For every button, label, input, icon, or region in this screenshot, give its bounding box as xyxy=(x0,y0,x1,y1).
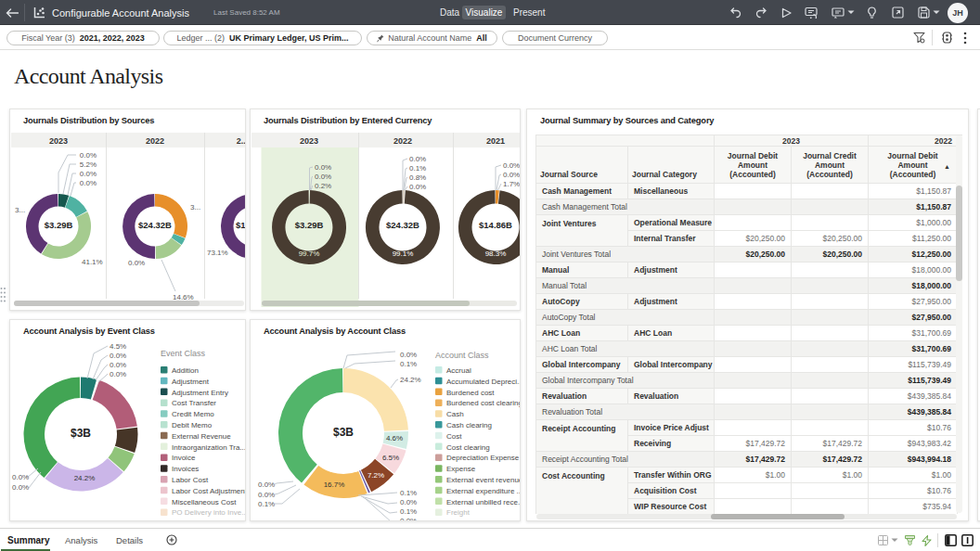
svg-text:$3.29B: $3.29B xyxy=(295,220,324,230)
svg-text:External expenditure ...: External expenditure ... xyxy=(446,487,520,495)
svg-text:1.7%: 1.7% xyxy=(503,180,520,188)
svg-text:Burdened cost clearing: Burdened cost clearing xyxy=(446,399,520,407)
svg-text:0.1%: 0.1% xyxy=(400,360,417,368)
svg-text:2023: 2023 xyxy=(300,136,318,146)
svg-text:0.0%: 0.0% xyxy=(400,351,417,359)
svg-text:Cash: Cash xyxy=(446,410,464,418)
svg-text:Intraorganization Tra...: Intraorganization Tra... xyxy=(172,443,245,452)
svg-text:Account Class: Account Class xyxy=(435,351,489,360)
svg-text:Labor Cost: Labor Cost xyxy=(172,476,209,484)
svg-text:0.0%: 0.0% xyxy=(80,179,97,187)
svg-text:0.8%: 0.8% xyxy=(409,173,426,182)
svg-text:0.0%: 0.0% xyxy=(110,352,126,360)
svg-text:0.0%: 0.0% xyxy=(80,151,97,160)
svg-text:Event Class: Event Class xyxy=(161,349,206,358)
svg-text:0.0%: 0.0% xyxy=(80,170,97,178)
svg-text:0.0%: 0.0% xyxy=(110,370,126,378)
svg-text:0.0%: 0.0% xyxy=(409,155,426,163)
svg-text:0.0%: 0.0% xyxy=(110,361,126,369)
svg-text:Cost: Cost xyxy=(446,432,462,441)
svg-text:Freight: Freight xyxy=(446,508,471,517)
svg-text:3...: 3... xyxy=(190,203,200,211)
svg-text:Debit Memo: Debit Memo xyxy=(172,421,213,429)
svg-text:0.0%: 0.0% xyxy=(12,473,29,481)
svg-text:Cash clearing: Cash clearing xyxy=(446,421,492,429)
svg-text:2021: 2021 xyxy=(486,136,505,146)
svg-text:3...: 3... xyxy=(15,206,25,214)
svg-text:5.2%: 5.2% xyxy=(80,160,97,169)
svg-text:$24.32B: $24.32B xyxy=(386,220,419,230)
svg-text:$3B: $3B xyxy=(333,426,354,439)
svg-text:0.0%: 0.0% xyxy=(258,491,275,499)
svg-text:Cost clearing: Cost clearing xyxy=(446,443,490,452)
svg-text:Adjustment: Adjustment xyxy=(172,378,210,386)
svg-text:0.0%: 0.0% xyxy=(503,171,520,179)
svg-text:99.1%: 99.1% xyxy=(393,250,414,258)
svg-text:24.2%: 24.2% xyxy=(74,474,96,482)
svg-text:0.1%: 0.1% xyxy=(409,164,426,173)
svg-text:Cost Transfer: Cost Transfer xyxy=(172,399,216,407)
svg-text:External unbilled rece...: External unbilled rece... xyxy=(446,498,520,506)
svg-text:Labor Cost Adjustment: Labor Cost Adjustment xyxy=(172,487,245,495)
svg-text:73.1%: 73.1% xyxy=(207,249,228,257)
svg-text:0.2%: 0.2% xyxy=(315,182,331,190)
svg-text:External event revenue: External event revenue xyxy=(446,476,520,484)
svg-text:Expense: Expense xyxy=(446,465,476,473)
svg-text:Invoice: Invoice xyxy=(172,454,196,462)
svg-text:16.7%: 16.7% xyxy=(324,481,345,489)
svg-text:2022: 2022 xyxy=(393,136,412,146)
svg-text:4.6%: 4.6% xyxy=(386,434,403,442)
svg-text:$1...: $1... xyxy=(236,220,245,230)
svg-text:Accrual: Accrual xyxy=(446,366,471,375)
svg-text:$24.32B: $24.32B xyxy=(138,220,172,230)
svg-text:0.0%: 0.0% xyxy=(258,481,275,489)
svg-text:0.0%: 0.0% xyxy=(128,259,145,267)
svg-text:$3B: $3B xyxy=(71,427,91,440)
svg-text:99.7%: 99.7% xyxy=(299,250,320,258)
svg-text:7.2%: 7.2% xyxy=(368,471,384,480)
svg-text:Credit Memo: Credit Memo xyxy=(172,410,214,418)
svg-text:0.1%: 0.1% xyxy=(400,507,417,516)
svg-text:2022: 2022 xyxy=(146,136,164,146)
svg-text:4.5%: 4.5% xyxy=(110,342,126,351)
svg-text:0.0%: 0.0% xyxy=(409,183,426,191)
svg-text:0.0%: 0.0% xyxy=(400,517,417,520)
svg-text:98.3%: 98.3% xyxy=(485,250,507,258)
svg-text:Invoices: Invoices xyxy=(172,465,199,473)
svg-text:24.2%: 24.2% xyxy=(400,376,421,384)
svg-text:0.1%: 0.1% xyxy=(258,500,275,508)
svg-text:2023: 2023 xyxy=(49,136,68,146)
svg-text:External Revenue: External Revenue xyxy=(172,432,231,441)
svg-text:0.0%: 0.0% xyxy=(400,498,417,506)
svg-text:0.1%: 0.1% xyxy=(400,489,417,497)
svg-text:Depreciation Expense: Depreciation Expense xyxy=(446,454,520,462)
svg-text:0.0%: 0.0% xyxy=(12,483,29,492)
svg-text:0.0%: 0.0% xyxy=(315,163,331,172)
svg-text:41.1%: 41.1% xyxy=(82,258,103,266)
svg-text:Miscellaneous Cost: Miscellaneous Cost xyxy=(172,498,237,506)
svg-text:2...: 2... xyxy=(237,136,245,146)
svg-text:0.0%: 0.0% xyxy=(315,173,331,181)
svg-text:6.5%: 6.5% xyxy=(382,454,399,462)
svg-text:$3.29B: $3.29B xyxy=(45,220,73,230)
svg-text:PO Delivery into Inve...: PO Delivery into Inve... xyxy=(172,508,245,517)
svg-text:Addition: Addition xyxy=(172,366,199,375)
svg-text:14.6%: 14.6% xyxy=(173,293,194,301)
svg-text:Adjustment Entry: Adjustment Entry xyxy=(172,389,228,397)
svg-text:Burdened cost: Burdened cost xyxy=(446,389,495,397)
svg-text:Accumulated Depreci...: Accumulated Depreci... xyxy=(446,378,520,386)
svg-text:$14.86B: $14.86B xyxy=(479,220,512,230)
svg-text:0.0%: 0.0% xyxy=(503,161,520,170)
